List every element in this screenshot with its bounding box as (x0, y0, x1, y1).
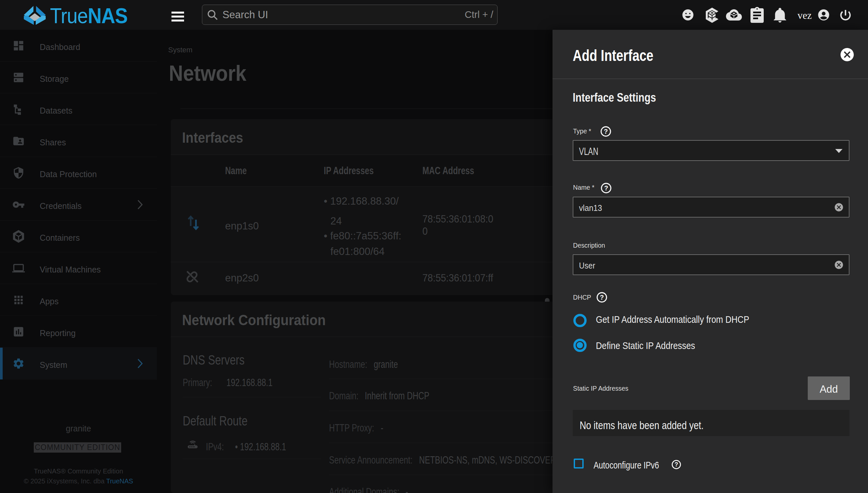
svg-text:?: ? (604, 128, 608, 135)
svg-text:?: ? (600, 294, 604, 301)
svg-text:?: ? (675, 461, 678, 468)
svg-text:?: ? (604, 185, 608, 192)
